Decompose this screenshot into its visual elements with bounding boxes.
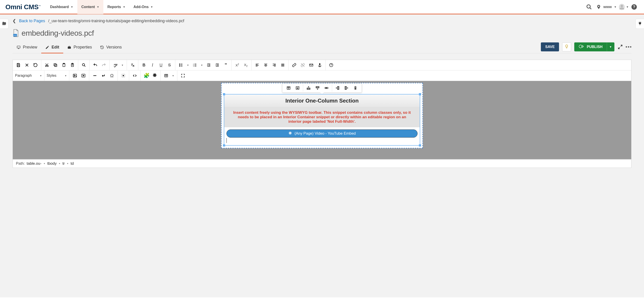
col-delete-button[interactable] [351, 84, 360, 92]
toolbar-align-justify-button[interactable] [279, 61, 286, 69]
editable-region[interactable]: Interior One-Column Section Insert conte… [221, 83, 423, 148]
row-insert-above-button[interactable] [304, 84, 312, 92]
toolbar-ul-dropdown[interactable]: ▼ [186, 61, 190, 69]
toolbar-mailto-button[interactable] [308, 61, 315, 69]
gadgets-toggle[interactable] [636, 19, 644, 29]
toolbar-subscript-button[interactable]: X2 [242, 61, 250, 69]
toolbar-source-button[interactable] [131, 72, 138, 79]
toolbar-paste-button[interactable] [60, 61, 68, 69]
toolbar-styles-select[interactable]: Styles▼ [44, 72, 69, 79]
toolbar-paste-text-button[interactable] [68, 61, 76, 69]
toolbar-bold-button[interactable]: B [140, 61, 148, 69]
video-component[interactable]: (Any Page) Video - YouTube Embed [226, 129, 418, 138]
toolbar-table-button[interactable] [162, 72, 170, 79]
row-delete-button[interactable] [322, 84, 330, 92]
expand-icon[interactable] [618, 44, 623, 50]
toolbar-component-button[interactable] [151, 72, 158, 79]
toolbar-link-button[interactable] [290, 61, 298, 69]
chevron-down-icon: ▼ [64, 75, 67, 77]
toolbar-ol-dropdown[interactable]: ▼ [200, 61, 204, 69]
editor-canvas[interactable]: Interior One-Column Section Insert conte… [12, 81, 632, 159]
toolbar-unlink-button[interactable] [299, 61, 306, 69]
tab-properties[interactable]: Properties [63, 43, 96, 53]
toolbar-find-button[interactable] [80, 61, 88, 69]
toolbar-close-button[interactable] [23, 61, 31, 69]
toolbar-redo-button[interactable] [100, 61, 108, 69]
table-props-button[interactable] [284, 84, 293, 92]
selected-snippet[interactable]: Interior One-Column Section Insert conte… [224, 94, 420, 146]
toolbar-table-dropdown[interactable]: ▼ [171, 72, 175, 79]
toolbar-format-select[interactable]: Paragraph▼ [13, 72, 44, 79]
toolbar-fullscreen-button[interactable] [179, 72, 187, 79]
chevron-down-icon: ▼ [626, 6, 629, 9]
svg-point-78 [319, 64, 320, 64]
toolbar-ul-button[interactable] [177, 61, 185, 69]
tab-preview[interactable]: Preview [12, 43, 41, 53]
toolbar-linebreak-button[interactable] [100, 72, 107, 79]
col-insert-left-button[interactable] [334, 84, 342, 92]
tab-edit[interactable]: Edit [41, 43, 63, 53]
search-icon[interactable] [586, 4, 592, 10]
back-to-pages-link[interactable]: Back to Pages [19, 19, 45, 23]
publish-dropdown[interactable]: ▼ [607, 43, 614, 51]
toolbar-align-left-button[interactable] [254, 61, 261, 69]
resize-handle[interactable] [419, 144, 421, 147]
sidebar-toggle[interactable] [0, 19, 8, 29]
toolbar-revert-button[interactable] [32, 61, 39, 69]
toolbar-snippet-button[interactable]: 🧩 [142, 72, 150, 79]
resize-handle[interactable] [223, 93, 225, 95]
more-menu[interactable]: ••• [626, 44, 632, 50]
toolbar-assets-button[interactable] [120, 72, 127, 79]
toolbar-save-button[interactable] [14, 61, 22, 69]
toolbar-superscript-button[interactable]: X2 [234, 61, 241, 69]
status-path-seg[interactable]: tbody [47, 161, 57, 166]
toolbar-hr-button[interactable] [91, 72, 99, 79]
resize-handle[interactable] [223, 144, 225, 147]
user-menu[interactable]: ▼ [621, 4, 627, 10]
nav-dashboard[interactable]: Dashboard ▼ [46, 0, 77, 14]
site-selector[interactable]: www ▼ [596, 5, 617, 10]
toolbar-anchor-button[interactable] [316, 61, 324, 69]
page-title: embedding-videos.pcf [22, 29, 94, 38]
toolbar-help-button[interactable]: ? [328, 61, 335, 69]
row-insert-below-button[interactable] [314, 84, 322, 92]
toolbar-strike-button[interactable]: S [166, 61, 173, 69]
status-path-label: Path: [16, 161, 25, 166]
status-path-seg[interactable]: tr [62, 161, 64, 166]
status-path-seg[interactable]: table.ou- [27, 161, 42, 166]
toolbar-video-button[interactable] [80, 72, 87, 79]
toolbar-italic-button[interactable]: I [149, 61, 156, 69]
publish-button[interactable]: PUBLISH [574, 43, 607, 51]
col-insert-right-button[interactable] [342, 84, 350, 92]
toolbar-copy-button[interactable] [52, 61, 59, 69]
svg-text:T: T [131, 63, 133, 66]
toolbar-ol-button[interactable]: 123 [191, 61, 199, 69]
resize-handle[interactable] [419, 93, 421, 95]
toolbar-cut-button[interactable] [43, 61, 51, 69]
checks-button[interactable] [562, 43, 571, 51]
status-path-seg[interactable]: td [71, 161, 74, 166]
help-icon[interactable]: ? [631, 4, 637, 10]
chevron-down-icon: ▼ [123, 6, 125, 9]
toolbar-undo-button[interactable] [92, 61, 99, 69]
nav-content[interactable]: Content ▼ [77, 0, 103, 14]
nav-reports[interactable]: Reports ▼ [103, 0, 130, 14]
toolbar-blockquote-button[interactable]: ” [222, 61, 230, 69]
svg-rect-18 [18, 64, 19, 64]
toolbar-spellcheck-button[interactable]: ABC [112, 61, 119, 69]
toolbar-align-right-button[interactable] [270, 61, 278, 69]
toolbar-align-center-button[interactable] [262, 61, 270, 69]
toolbar-indent-button[interactable] [214, 61, 221, 69]
toolbar-image-button[interactable] [71, 72, 79, 79]
save-button[interactable]: SAVE [541, 43, 559, 51]
tab-preview-label: Preview [23, 45, 37, 50]
table-delete-button[interactable] [294, 84, 302, 92]
toolbar-outdent-button[interactable] [205, 61, 212, 69]
toolbar-underline-button[interactable]: U [157, 61, 165, 69]
nav-addons[interactable]: Add-Ons ▼ [130, 0, 157, 14]
tab-versions[interactable]: Versions [96, 43, 126, 53]
toolbar-spellcheck-dropdown[interactable]: ▼ [120, 61, 125, 69]
svg-rect-89 [123, 75, 124, 76]
toolbar-clear-format-button[interactable]: T [129, 61, 136, 69]
toolbar-specialchar-button[interactable]: Ω [108, 72, 116, 79]
